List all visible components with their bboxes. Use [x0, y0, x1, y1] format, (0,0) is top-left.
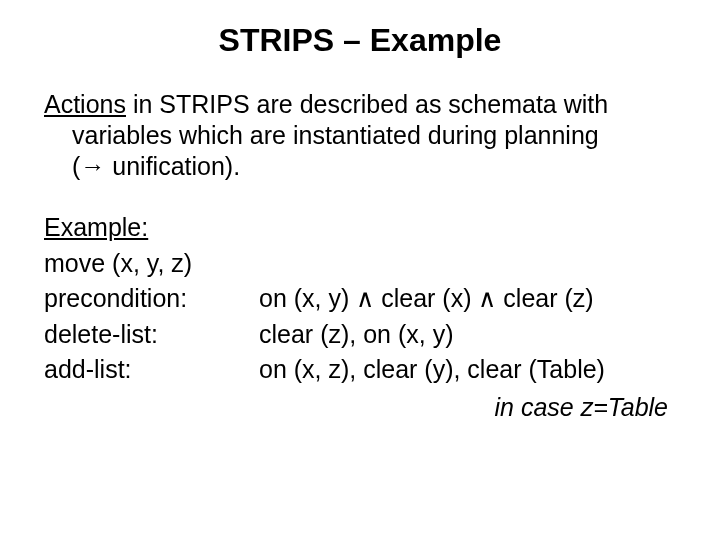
example-heading: Example: [44, 210, 676, 246]
arrow-icon: → [80, 152, 105, 180]
intro-line1-rest: in STRIPS are described as schemata with [126, 90, 608, 118]
row-precondition: precondition: on (x, y) ∧ clear (x) ∧ cl… [44, 281, 676, 317]
row-add-list: add-list: on (x, z), clear (y), clear (T… [44, 352, 676, 388]
example-note: in case z=Table [44, 390, 676, 426]
slide: STRIPS – Example Actions in STRIPS are d… [0, 0, 720, 540]
label-precondition: precondition: [44, 281, 259, 317]
slide-title: STRIPS – Example [44, 22, 676, 59]
intro-actions-word: Actions [44, 90, 126, 118]
value-precondition: on (x, y) ∧ clear (x) ∧ clear (z) [259, 281, 676, 317]
intro-line2: variables which are instantiated during … [72, 121, 599, 149]
label-delete-list: delete-list: [44, 317, 259, 353]
label-add-list: add-list: [44, 352, 259, 388]
intro-line3-suffix: unification). [105, 152, 240, 180]
intro-paragraph: Actions in STRIPS are described as schem… [44, 89, 676, 182]
value-add-list: on (x, z), clear (y), clear (Table) [259, 352, 676, 388]
row-delete-list: delete-list: clear (z), on (x, y) [44, 317, 676, 353]
example-block: Example: move (x, y, z) precondition: on… [44, 210, 676, 425]
value-delete-list: clear (z), on (x, y) [259, 317, 676, 353]
example-move: move (x, y, z) [44, 246, 676, 282]
